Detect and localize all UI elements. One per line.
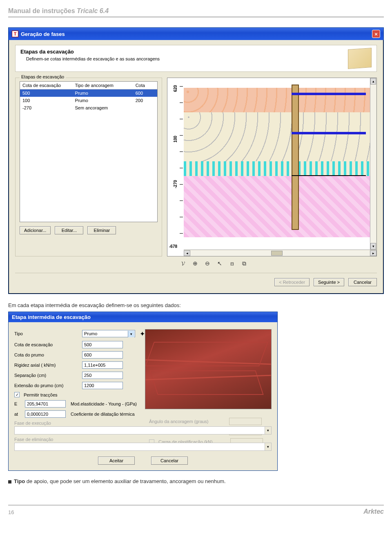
- titlebar[interactable]: Etapa intermédia de escavação: [9, 312, 277, 322]
- graphic-toolbar: 𝓥 ⊕ ⊖ ↖ ⧈ ⧉: [15, 256, 377, 268]
- cota-prumo-label: Cota do prumo: [14, 352, 80, 357]
- tipo-combo[interactable]: Prumo ▾: [82, 330, 135, 337]
- y-label: -270: [173, 180, 178, 188]
- bullet-paragraph: Tipo de apoio, que pode ser um elemento …: [8, 478, 384, 484]
- vertical-scrollbar[interactable]: ▴ ▾: [370, 78, 376, 250]
- scroll-track[interactable]: [370, 85, 376, 243]
- cell: 200: [133, 97, 157, 104]
- titlebar[interactable]: T Geração de fases ×: [9, 28, 383, 40]
- cell: [133, 104, 157, 111]
- pointer-icon[interactable]: ↖: [215, 259, 224, 268]
- E-input[interactable]: 205,94701: [25, 400, 66, 408]
- section-plot: [184, 78, 370, 242]
- bullet-icon: [8, 480, 11, 483]
- scroll-right-button[interactable]: ▸: [370, 250, 376, 256]
- bullet-text: de apoio, que pode ser um elemento auxil…: [25, 478, 225, 484]
- cota-escavacao-label: Cota de escavação: [14, 342, 80, 347]
- photo-illustration: [145, 329, 272, 409]
- cota-prumo-input[interactable]: 600: [82, 351, 123, 359]
- wizard-graphic-cube: [348, 48, 372, 69]
- wizard-title: Etapas da escavação: [20, 49, 160, 55]
- horizontal-scrollbar[interactable]: ◂ ▸: [184, 250, 376, 256]
- chevron-down-icon: ▾: [265, 427, 271, 434]
- section-graphic-panel[interactable]: 620 100 -270: [167, 78, 377, 256]
- zoom-in-icon[interactable]: ⊕: [191, 259, 200, 268]
- cancel-button[interactable]: Cancelar: [348, 278, 377, 286]
- permitir-checkbox[interactable]: ✓: [14, 392, 20, 397]
- chevron-down-icon: ▾: [265, 443, 271, 450]
- table-empty-area: [20, 111, 157, 222]
- cota-escavacao-input[interactable]: 500: [82, 341, 123, 348]
- window-title: Geração de fases: [21, 31, 65, 37]
- angulo-label: Ângulo da ancoragem (graus): [149, 419, 227, 424]
- cell: 500: [20, 89, 72, 97]
- delete-button[interactable]: Eliminar: [87, 226, 116, 234]
- cell: 100: [20, 97, 72, 104]
- brand-label: Arktec: [363, 508, 384, 515]
- back-button: < Retroceder: [274, 278, 310, 286]
- excavation-stages-fieldset: Etapas de escavação Cota de escavação Ti…: [15, 78, 162, 256]
- table-row[interactable]: 500 Prumo 600: [20, 89, 157, 97]
- anchor-line: [292, 93, 366, 95]
- rigidez-input[interactable]: 1,11e+005: [82, 361, 123, 369]
- cell: Sem ancoragem: [72, 104, 133, 111]
- zoom-extents-icon[interactable]: ⧉: [240, 259, 249, 268]
- document-header: Manual de instruções Tricalc 6.4: [8, 5, 384, 18]
- scroll-track[interactable]: [190, 250, 370, 256]
- stages-table[interactable]: Cota de escavação Tipo de ancoragem Cota…: [20, 81, 158, 222]
- E-label: E: [14, 401, 22, 406]
- tipo-label: Tipo: [14, 331, 80, 336]
- cell: Prumo: [72, 97, 133, 104]
- at-input[interactable]: 0,0000120: [25, 410, 66, 418]
- col-tipo-ancoragem[interactable]: Tipo de ancoragem: [72, 82, 133, 89]
- close-button[interactable]: ×: [372, 30, 380, 38]
- cell: -270: [20, 104, 72, 111]
- edit-button[interactable]: Editar...: [55, 226, 83, 234]
- tipo-value: Prumo: [84, 331, 97, 336]
- chevron-down-icon[interactable]: ▾: [128, 331, 134, 337]
- accept-button[interactable]: Aceitar: [98, 457, 135, 465]
- table-row[interactable]: 100 Prumo 200: [20, 97, 157, 104]
- fieldset-legend: Etapas de escavação: [20, 74, 66, 79]
- E-text: Mod.elasticidade - Young - (GPa): [71, 401, 137, 406]
- separacao-label: Separação (cm): [14, 373, 80, 378]
- zoom-out-icon[interactable]: ⊖: [203, 259, 212, 268]
- wizard-header: Etapas da escavação Definem-se cotas int…: [15, 45, 377, 72]
- extensao-input[interactable]: 1200: [82, 382, 123, 389]
- cancel-button[interactable]: Cancelar: [151, 457, 188, 465]
- next-button[interactable]: Seguinte >: [314, 278, 344, 286]
- separacao-input[interactable]: 250: [82, 372, 123, 379]
- window-title: Etapa intermédia de escavação: [12, 314, 91, 320]
- table-row[interactable]: -270 Sem ancoragem: [20, 104, 157, 111]
- add-button[interactable]: Adicionar...: [20, 226, 51, 234]
- scroll-up-button[interactable]: ▴: [370, 78, 376, 85]
- app-icon: T: [12, 31, 18, 37]
- zoom-window-icon[interactable]: ⧈: [227, 259, 236, 268]
- header-product: Tricalc 6.4: [77, 7, 109, 14]
- wizard-subtitle: Definem-se cotas intermédias de escavaçã…: [20, 56, 160, 61]
- y-label: 100: [173, 136, 178, 143]
- extensao-label: Extensão do prumo (cm): [14, 383, 80, 388]
- page-footer: 16 Arktec: [8, 505, 384, 515]
- angulo-input: [229, 418, 262, 425]
- redraw-icon[interactable]: 𝓥: [178, 259, 187, 268]
- anchor-line: [292, 132, 366, 134]
- phase-generation-window: T Geração de fases × Etapas da escavação…: [8, 27, 384, 294]
- scroll-left-button[interactable]: ◂: [184, 250, 190, 256]
- excavation-line: [292, 175, 366, 176]
- intermediate-stage-window: Etapa intermédia de escavação Tipo Prumo…: [8, 312, 278, 471]
- header-prefix: Manual de instruções: [8, 7, 77, 14]
- cell: Prumo: [72, 89, 133, 97]
- tipo-bold: Tipo: [14, 478, 25, 484]
- body-paragraph: Em cada etapa intermédia de escavação de…: [8, 302, 384, 308]
- table-header-row: Cota de escavação Tipo de ancoragem Cota: [20, 82, 157, 89]
- col-cota[interactable]: Cota: [133, 82, 157, 89]
- wall-element: [292, 85, 299, 230]
- scroll-thumb[interactable]: [271, 251, 283, 256]
- page-number: 16: [8, 509, 14, 515]
- at-text: Coeficiente de dilatação térmica: [71, 412, 135, 417]
- scroll-down-button[interactable]: ▾: [370, 243, 376, 250]
- col-cota-escavacao[interactable]: Cota de escavação: [20, 82, 72, 89]
- y-label: 620: [173, 85, 178, 92]
- cell: 600: [133, 89, 157, 97]
